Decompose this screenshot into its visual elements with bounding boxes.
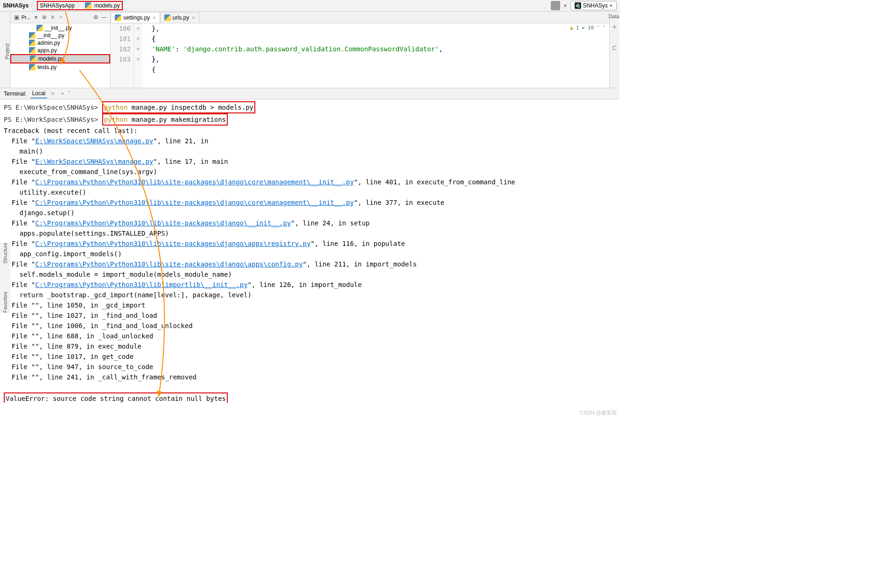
file-link[interactable]: E:\WorkSpace\SNHASys\manage.py: [35, 137, 153, 145]
python-file-icon: [164, 14, 171, 21]
file-link[interactable]: C:\Programs\Python\Python310\lib\site-pa…: [35, 199, 354, 206]
left-rail: Project: [0, 12, 10, 88]
watermark: CSDN @微笑雨: [580, 409, 617, 416]
gear-icon[interactable]: ⚙: [92, 14, 99, 21]
target-icon[interactable]: ⊕: [41, 14, 48, 21]
top-bar: SNHASys 〉 SNHASysApp 〉 models.py ▾ dj SN…: [0, 0, 619, 12]
tab-close-icon[interactable]: ×: [51, 91, 54, 97]
file-link[interactable]: C:\Programs\Python\Python310\lib\importl…: [35, 281, 247, 288]
favorites-tool-label[interactable]: Favorites: [2, 292, 8, 313]
file-link[interactable]: C:\Programs\Python\Python310\lib\site-pa…: [35, 240, 310, 247]
fold-gutter: ⊖⊖⊖⊖: [134, 23, 142, 88]
chevron-right-icon: 〉: [77, 2, 82, 9]
check-icon: ✔: [582, 25, 585, 31]
tree-item[interactable]: apps.py: [10, 47, 110, 54]
hide-icon[interactable]: —: [101, 14, 107, 21]
close-icon[interactable]: ×: [153, 15, 155, 21]
tree-item-label: tests.py: [37, 64, 56, 70]
terminal-tab-local[interactable]: Local: [30, 89, 48, 98]
dropdown-caret-icon: ▾: [610, 2, 612, 9]
tree-item-label: __init__.py: [45, 25, 72, 31]
main-area: Project ▣ Pr... ▾ ⊕ ≡ ÷ ⚙ — __init__.py_…: [0, 12, 619, 88]
chevron-up-down-icon[interactable]: ˄ ˅: [597, 25, 605, 31]
breadcrumb-root[interactable]: SNHASys: [3, 2, 28, 9]
tree-item[interactable]: __init__.py: [10, 24, 110, 32]
folder-icon: ▣: [13, 14, 20, 21]
editor-tab[interactable]: settings.py×: [111, 12, 160, 23]
editor-tabs: settings.py×urls.py×: [111, 12, 609, 23]
file-link[interactable]: C:\Programs\Python\Python310\lib\site-pa…: [35, 178, 354, 186]
project-tool-label[interactable]: Project: [4, 43, 10, 59]
editor-area: settings.py×urls.py× 100101102103 ⊖⊖⊖⊖ }…: [111, 12, 609, 88]
python-file-icon: [29, 40, 35, 46]
tree-item-label: models.py: [38, 56, 64, 62]
python-file-icon: [115, 14, 121, 21]
tree-item-label: __init__.py: [37, 32, 64, 39]
editor-inspection-status[interactable]: ▲ 1 ✔ 10 ˄ ˅: [570, 25, 605, 31]
user-icon[interactable]: [551, 1, 560, 10]
warning-count: 1: [576, 25, 579, 31]
collapse-right-icon[interactable]: C: [612, 44, 617, 51]
left-tool-buttons: Structure Favorites: [0, 243, 10, 313]
close-icon[interactable]: ×: [192, 15, 195, 21]
editor-body[interactable]: 100101102103 ⊖⊖⊖⊖ }, { 'NAME': 'django.c…: [111, 23, 609, 88]
line-number-gutter: 100101102103: [111, 23, 134, 88]
terminal-title: Terminal:: [4, 91, 27, 97]
tree-item[interactable]: models.py: [10, 54, 110, 63]
tree-item[interactable]: admin.py: [10, 39, 110, 47]
chevron-right-icon: 〉: [30, 2, 35, 9]
tree-item-label: admin.py: [37, 40, 60, 46]
terminal-panel: Terminal: Local × + ˅ PS E:\WorkSpace\SN…: [0, 88, 619, 403]
database-tool-label[interactable]: Datal: [609, 14, 619, 19]
collapse-icon[interactable]: ≡: [49, 14, 56, 21]
project-panel: ▣ Pr... ▾ ⊕ ≡ ÷ ⚙ — __init__.py__init__.…: [10, 12, 111, 88]
file-link[interactable]: C:\Programs\Python\Python310\lib\site-pa…: [35, 260, 302, 268]
warning-icon: ▲: [570, 25, 573, 31]
terminal-output[interactable]: PS E:\WorkSpace\SNHASys> python manage.p…: [0, 99, 619, 403]
python-file-icon: [29, 47, 35, 54]
code-content[interactable]: }, { 'NAME': 'django.contrib.auth.passwo…: [142, 23, 443, 88]
breadcrumb: SNHASys 〉 SNHASysApp 〉 models.py: [3, 1, 123, 10]
editor-tab[interactable]: urls.py×: [160, 12, 199, 23]
file-link[interactable]: C:\Programs\Python\Python310\lib\site-pa…: [35, 219, 291, 227]
breadcrumb-app[interactable]: SNHASysApp: [40, 2, 75, 9]
run-config-dropdown[interactable]: dj SNHASys ▾: [570, 1, 617, 10]
python-file-icon: [30, 56, 36, 62]
structure-tool-label[interactable]: Structure: [2, 243, 8, 264]
terminal-header: Terminal: Local × + ˅: [0, 88, 619, 99]
dropdown-caret-icon[interactable]: ▾: [564, 2, 567, 9]
project-panel-header: ▣ Pr... ▾ ⊕ ≡ ÷ ⚙ —: [10, 12, 110, 23]
check-count: 10: [588, 25, 594, 31]
django-icon: dj: [575, 2, 581, 9]
breadcrumb-file[interactable]: models.py: [94, 2, 120, 9]
tree-item-label: apps.py: [37, 47, 57, 54]
terminal-dropdown-icon[interactable]: ˅: [68, 91, 70, 97]
tree-item[interactable]: __init__.py: [10, 32, 110, 39]
tab-label: urls.py: [173, 14, 189, 21]
right-rail: Datal + C: [609, 12, 619, 88]
project-tree: __init__.py__init__.pyadmin.pyapps.pymod…: [10, 23, 110, 72]
python-file-icon: [36, 25, 43, 31]
expand-icon[interactable]: ÷: [58, 14, 64, 21]
breadcrumb-highlight-box: SNHASysApp 〉 models.py: [37, 1, 122, 10]
python-file-icon: [29, 32, 35, 39]
project-panel-title[interactable]: Pr...: [21, 14, 31, 20]
tree-item[interactable]: tests.py: [10, 63, 110, 71]
run-config-label: SNHASys: [583, 2, 608, 9]
file-link[interactable]: E:\WorkSpace\SNHASys\manage.py: [35, 158, 153, 165]
add-terminal-icon[interactable]: +: [61, 91, 64, 97]
python-file-icon: [29, 64, 35, 70]
top-right-controls: ▾ dj SNHASys ▾: [551, 1, 617, 10]
tab-label: settings.py: [123, 14, 150, 21]
dropdown-caret-icon[interactable]: ▾: [33, 14, 39, 21]
python-file-icon: [85, 2, 91, 9]
add-icon[interactable]: +: [612, 23, 617, 31]
